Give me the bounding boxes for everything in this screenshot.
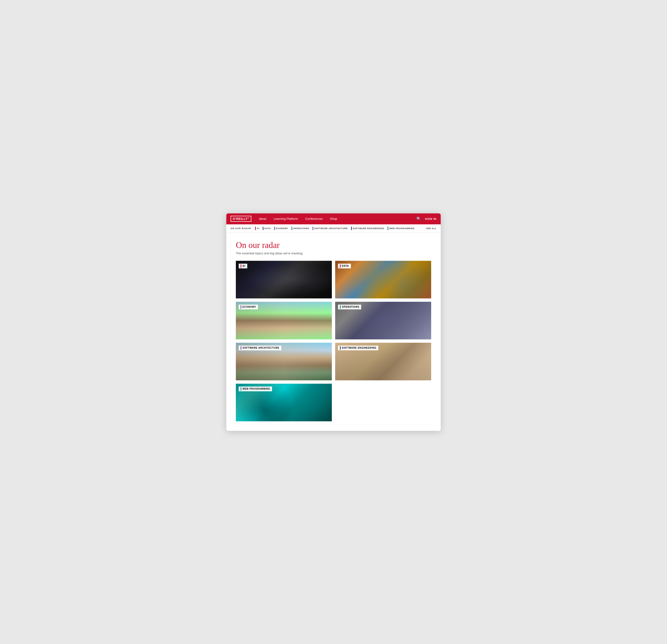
sub-nav-economy[interactable]: ECONOMY: [274, 227, 288, 230]
nav-learning-platform[interactable]: Learning Platform: [270, 213, 302, 224]
topic-web-prog[interactable]: WEB PROGRAMMING: [236, 384, 332, 421]
logo-sup: ®: [247, 217, 249, 219]
page-title: On our radar: [236, 240, 431, 250]
logo[interactable]: O'REILLY®: [231, 216, 251, 222]
nav-ideas[interactable]: Ideas: [256, 213, 270, 224]
main-content: On our radar The essential topics and bi…: [226, 233, 441, 431]
sw-arch-label-bar: [241, 346, 241, 350]
sub-nav-operations[interactable]: OPERATIONS: [292, 227, 309, 230]
sub-nav-data[interactable]: DATA: [263, 227, 271, 230]
see-all-link[interactable]: SEE ALL: [426, 227, 436, 230]
on-our-radar-label: ON OUR RADAR: [231, 227, 251, 230]
sub-nav-ai[interactable]: AI: [255, 227, 259, 230]
sub-nav-web-prog[interactable]: WEB PROGRAMMING: [388, 227, 414, 230]
sw-eng-bar: [351, 227, 352, 230]
economy-bar: [274, 227, 275, 230]
economy-label-bar: [241, 305, 241, 309]
topic-economy[interactable]: ECONOMY: [236, 302, 332, 340]
nav-links: Ideas Learning Platform Conferences Shop: [256, 213, 416, 224]
web-prog-label: WEB PROGRAMMING: [239, 386, 272, 391]
nav-shop[interactable]: Shop: [327, 213, 340, 224]
sign-in-button[interactable]: SIGN IN: [425, 217, 436, 220]
sub-nav: ON OUR RADAR AI DATA ECONOMY OPERATIONS …: [226, 224, 441, 233]
topic-sw-eng[interactable]: SOFTWARE ENGINEERING: [335, 343, 431, 380]
nav-right: 🔍 SIGN IN: [416, 216, 436, 222]
ai-label: AI: [239, 264, 247, 268]
data-label: DATA: [338, 264, 351, 268]
topic-ai[interactable]: AI: [236, 261, 332, 298]
sw-arch-bar: [312, 227, 313, 230]
sub-nav-sw-eng[interactable]: SOFTWARE ENGINEERING: [351, 227, 385, 230]
sub-nav-items: AI DATA ECONOMY OPERATIONS SOFTWARE ARCH…: [255, 227, 426, 230]
topic-sw-arch[interactable]: SOFTWARE ARCHITECTURE: [236, 343, 332, 380]
ai-label-bar: [241, 264, 241, 268]
data-bar: [263, 227, 263, 230]
logo-text: O'REILLY: [233, 217, 247, 220]
topic-operations[interactable]: OPERATIONS: [335, 302, 431, 340]
search-icon[interactable]: 🔍: [416, 216, 422, 222]
data-label-bar: [340, 264, 341, 268]
nav-conferences[interactable]: Conferences: [302, 213, 326, 224]
sw-eng-label-bar: [340, 346, 341, 350]
sw-arch-label: SOFTWARE ARCHITECTURE: [239, 346, 281, 350]
topics-grid: AI DATA ECONOMY O: [236, 261, 431, 421]
operations-label: OPERATIONS: [338, 304, 361, 309]
sub-nav-sw-arch[interactable]: SOFTWARE ARCHITECTURE: [312, 227, 348, 230]
top-nav: O'REILLY® Ideas Learning Platform Confer…: [226, 213, 441, 224]
ai-bar: [255, 227, 256, 230]
topic-data[interactable]: DATA: [335, 261, 431, 298]
economy-label: ECONOMY: [239, 304, 258, 309]
operations-label-bar: [340, 305, 341, 309]
operations-bar: [292, 227, 292, 230]
page-subtitle: The essential topics and big ideas we're…: [236, 251, 431, 255]
web-prog-bar: [388, 227, 388, 230]
web-prog-label-bar: [241, 387, 241, 391]
sw-eng-label: SOFTWARE ENGINEERING: [338, 346, 378, 350]
browser-window: O'REILLY® Ideas Learning Platform Confer…: [226, 213, 441, 431]
